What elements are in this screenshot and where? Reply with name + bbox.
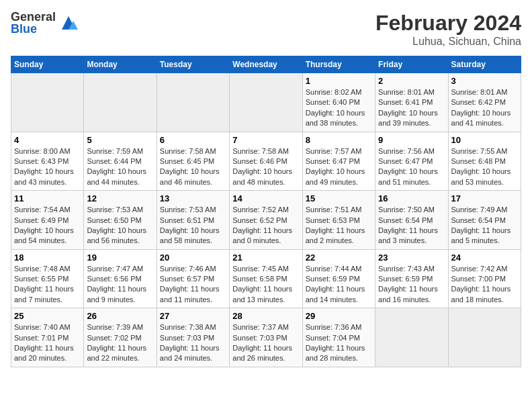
day-number: 1 [306, 76, 372, 86]
calendar-cell [230, 73, 302, 132]
day-info: Sunrise: 7:58 AM Sunset: 6:45 PM Dayligh… [160, 146, 226, 188]
calendar-cell: 15Sunrise: 7:51 AM Sunset: 6:53 PM Dayli… [302, 191, 375, 250]
calendar-title: February 2024 [375, 11, 521, 36]
calendar-cell: 17Sunrise: 7:49 AM Sunset: 6:54 PM Dayli… [448, 191, 521, 250]
calendar-cell: 27Sunrise: 7:38 AM Sunset: 7:03 PM Dayli… [157, 308, 229, 367]
calendar-cell: 5Sunrise: 7:59 AM Sunset: 6:44 PM Daylig… [84, 132, 157, 191]
day-info: Sunrise: 7:36 AM Sunset: 7:04 PM Dayligh… [306, 322, 372, 364]
calendar-cell: 7Sunrise: 7:58 AM Sunset: 6:46 PM Daylig… [230, 132, 302, 191]
calendar-cell: 25Sunrise: 7:40 AM Sunset: 7:01 PM Dayli… [11, 308, 84, 367]
day-info: Sunrise: 7:40 AM Sunset: 7:01 PM Dayligh… [14, 322, 81, 364]
day-number: 26 [87, 311, 153, 321]
calendar-cell: 11Sunrise: 7:54 AM Sunset: 6:49 PM Dayli… [11, 191, 84, 250]
calendar-cell: 9Sunrise: 7:56 AM Sunset: 6:47 PM Daylig… [375, 132, 448, 191]
logo-blue-text: Blue [11, 23, 56, 35]
day-info: Sunrise: 7:44 AM Sunset: 6:59 PM Dayligh… [306, 264, 372, 306]
day-info: Sunrise: 7:55 AM Sunset: 6:48 PM Dayligh… [451, 146, 518, 188]
calendar-cell: 13Sunrise: 7:53 AM Sunset: 6:51 PM Dayli… [157, 191, 229, 250]
calendar-cell: 22Sunrise: 7:44 AM Sunset: 6:59 PM Dayli… [302, 249, 375, 308]
calendar-cell [448, 308, 521, 367]
calendar-cell [84, 73, 157, 132]
calendar-cell: 2Sunrise: 8:01 AM Sunset: 6:41 PM Daylig… [375, 73, 448, 132]
day-info: Sunrise: 7:46 AM Sunset: 6:57 PM Dayligh… [160, 264, 226, 306]
day-number: 23 [378, 253, 445, 263]
day-info: Sunrise: 7:39 AM Sunset: 7:02 PM Dayligh… [87, 322, 153, 364]
day-info: Sunrise: 7:51 AM Sunset: 6:53 PM Dayligh… [306, 205, 372, 246]
day-info: Sunrise: 7:45 AM Sunset: 6:58 PM Dayligh… [232, 264, 299, 306]
weekday-header-sunday: Sunday [11, 56, 84, 73]
day-info: Sunrise: 8:00 AM Sunset: 6:43 PM Dayligh… [14, 146, 81, 188]
day-info: Sunrise: 7:59 AM Sunset: 6:44 PM Dayligh… [87, 146, 153, 188]
calendar-cell: 10Sunrise: 7:55 AM Sunset: 6:48 PM Dayli… [448, 132, 521, 191]
day-info: Sunrise: 7:56 AM Sunset: 6:47 PM Dayligh… [378, 146, 445, 188]
day-number: 28 [232, 311, 299, 321]
calendar-cell: 24Sunrise: 7:42 AM Sunset: 7:00 PM Dayli… [448, 249, 521, 308]
day-info: Sunrise: 7:43 AM Sunset: 6:59 PM Dayligh… [378, 264, 445, 306]
weekday-header-monday: Monday [84, 56, 157, 73]
calendar-cell: 29Sunrise: 7:36 AM Sunset: 7:04 PM Dayli… [302, 308, 375, 367]
day-number: 8 [306, 135, 372, 145]
calendar-cell [375, 308, 448, 367]
calendar-table: SundayMondayTuesdayWednesdayThursdayFrid… [11, 56, 521, 367]
day-number: 13 [160, 193, 226, 203]
day-number: 4 [14, 135, 81, 145]
page-header: General Blue February 2024 Luhua, Sichua… [11, 11, 521, 48]
day-info: Sunrise: 7:58 AM Sunset: 6:46 PM Dayligh… [232, 146, 299, 188]
calendar-cell: 20Sunrise: 7:46 AM Sunset: 6:57 PM Dayli… [157, 249, 229, 308]
day-info: Sunrise: 7:48 AM Sunset: 6:55 PM Dayligh… [14, 264, 81, 306]
logo-icon [58, 13, 79, 33]
calendar-cell: 12Sunrise: 7:53 AM Sunset: 6:50 PM Dayli… [84, 191, 157, 250]
calendar-cell: 1Sunrise: 8:02 AM Sunset: 6:40 PM Daylig… [302, 73, 375, 132]
day-number: 12 [87, 193, 153, 203]
day-number: 22 [306, 253, 372, 263]
weekday-header-thursday: Thursday [302, 56, 375, 73]
day-number: 17 [451, 193, 518, 203]
day-number: 21 [232, 253, 299, 263]
week-row-4: 18Sunrise: 7:48 AM Sunset: 6:55 PM Dayli… [11, 249, 521, 308]
day-info: Sunrise: 7:57 AM Sunset: 6:47 PM Dayligh… [306, 146, 372, 188]
day-info: Sunrise: 8:01 AM Sunset: 6:41 PM Dayligh… [378, 87, 445, 129]
day-number: 25 [14, 311, 81, 321]
day-number: 27 [160, 311, 226, 321]
day-info: Sunrise: 7:49 AM Sunset: 6:54 PM Dayligh… [451, 205, 518, 246]
calendar-cell: 8Sunrise: 7:57 AM Sunset: 6:47 PM Daylig… [302, 132, 375, 191]
calendar-cell: 6Sunrise: 7:58 AM Sunset: 6:45 PM Daylig… [157, 132, 229, 191]
day-info: Sunrise: 7:47 AM Sunset: 6:56 PM Dayligh… [87, 264, 153, 306]
calendar-cell: 3Sunrise: 8:01 AM Sunset: 6:42 PM Daylig… [448, 73, 521, 132]
day-info: Sunrise: 7:42 AM Sunset: 7:00 PM Dayligh… [451, 264, 518, 306]
calendar-cell: 18Sunrise: 7:48 AM Sunset: 6:55 PM Dayli… [11, 249, 84, 308]
weekday-header-tuesday: Tuesday [157, 56, 229, 73]
day-number: 11 [14, 193, 81, 203]
day-number: 5 [87, 135, 153, 145]
week-row-2: 4Sunrise: 8:00 AM Sunset: 6:43 PM Daylig… [11, 132, 521, 191]
day-info: Sunrise: 8:01 AM Sunset: 6:42 PM Dayligh… [451, 87, 518, 129]
calendar-cell: 21Sunrise: 7:45 AM Sunset: 6:58 PM Dayli… [230, 249, 302, 308]
calendar-cell [11, 73, 84, 132]
day-number: 10 [451, 135, 518, 145]
day-number: 9 [378, 135, 445, 145]
calendar-subtitle: Luhua, Sichuan, China [375, 36, 521, 48]
day-number: 20 [160, 253, 226, 263]
day-number: 3 [451, 76, 518, 86]
day-number: 7 [232, 135, 299, 145]
logo-general-text: General [11, 11, 56, 23]
calendar-cell: 14Sunrise: 7:52 AM Sunset: 6:52 PM Dayli… [230, 191, 302, 250]
day-number: 19 [87, 253, 153, 263]
calendar-cell: 16Sunrise: 7:50 AM Sunset: 6:54 PM Dayli… [375, 191, 448, 250]
day-number: 16 [378, 193, 445, 203]
week-row-5: 25Sunrise: 7:40 AM Sunset: 7:01 PM Dayli… [11, 308, 521, 367]
weekday-header-saturday: Saturday [448, 56, 521, 73]
day-info: Sunrise: 7:50 AM Sunset: 6:54 PM Dayligh… [378, 205, 445, 246]
day-info: Sunrise: 7:53 AM Sunset: 6:51 PM Dayligh… [160, 205, 226, 246]
day-info: Sunrise: 7:38 AM Sunset: 7:03 PM Dayligh… [160, 322, 226, 364]
calendar-cell: 26Sunrise: 7:39 AM Sunset: 7:02 PM Dayli… [84, 308, 157, 367]
calendar-cell: 23Sunrise: 7:43 AM Sunset: 6:59 PM Dayli… [375, 249, 448, 308]
day-number: 14 [232, 193, 299, 203]
calendar-cell [157, 73, 229, 132]
day-info: Sunrise: 8:02 AM Sunset: 6:40 PM Dayligh… [306, 87, 372, 129]
day-number: 15 [306, 193, 372, 203]
logo: General Blue [11, 11, 79, 35]
title-block: February 2024 Luhua, Sichuan, China [375, 11, 521, 48]
day-number: 6 [160, 135, 226, 145]
weekday-header-row: SundayMondayTuesdayWednesdayThursdayFrid… [11, 56, 521, 73]
